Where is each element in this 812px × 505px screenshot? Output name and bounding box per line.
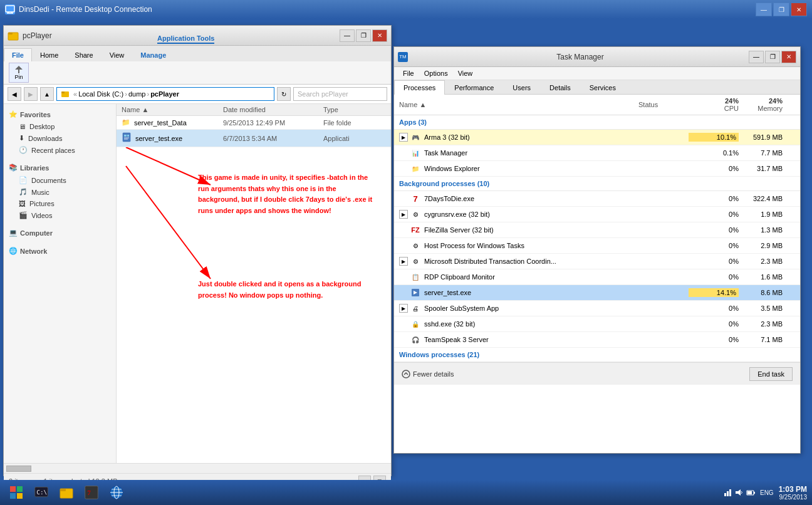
fewer-details-label: Fewer details xyxy=(413,370,454,378)
list-item[interactable]: server_test.exe 14.1% 8.6 MB xyxy=(394,285,800,301)
taskbar-game-icon[interactable]: 7 xyxy=(80,481,103,504)
taskbar-folder-icon[interactable] xyxy=(55,481,78,504)
tm-minimize-button[interactable]: — xyxy=(749,51,764,63)
refresh-button[interactable]: ↻ xyxy=(277,87,291,101)
file-name-label: server_test_Data xyxy=(134,119,187,127)
tm-menu-options[interactable]: Options xyxy=(419,68,453,78)
sidebar-item-music[interactable]: 🎵 Music xyxy=(4,186,116,198)
tab-file[interactable]: File xyxy=(4,48,32,61)
speaker-tray-icon xyxy=(735,488,744,497)
favorites-header[interactable]: ⭐ Favorites xyxy=(4,108,116,121)
system-clock[interactable]: 1:03 PM 9/25/2013 xyxy=(779,485,807,501)
network-header[interactable]: 🌐 Network xyxy=(4,244,116,258)
explorer-minimize-button[interactable]: — xyxy=(340,29,355,42)
tab-view[interactable]: View xyxy=(102,48,133,61)
rd-minimize-button[interactable]: — xyxy=(756,3,772,16)
svg-text:C:\: C:\ xyxy=(36,489,47,496)
search-input[interactable] xyxy=(293,87,387,101)
list-item[interactable]: 📁 Windows Explorer 0% 31.7 MB xyxy=(394,161,800,177)
tm-maximize-button[interactable]: ❐ xyxy=(765,51,780,63)
svg-rect-34 xyxy=(724,493,726,496)
col-type-header[interactable]: Type xyxy=(323,106,386,113)
tab-share[interactable]: Share xyxy=(66,48,101,61)
taskbar-start-icon[interactable] xyxy=(5,481,28,504)
list-item[interactable]: 📊 Task Manager 0.1% 7.7 MB xyxy=(394,145,800,161)
sidebar-item-desktop[interactable]: 🖥 Desktop xyxy=(4,121,116,132)
table-row[interactable]: 📁 server_test_Data 9/25/2013 12:49 PM Fi… xyxy=(117,116,391,130)
list-item[interactable]: 7 7DaysToDie.exe 0% 322.4 MB xyxy=(394,191,800,207)
sidebar-item-downloads[interactable]: ⬇ Downloads xyxy=(4,132,116,144)
process-name: Host Process for Windows Tasks xyxy=(424,242,638,249)
libraries-group: 📚 Libraries 📄 Documents 🎵 Music 🖼 xyxy=(4,161,116,221)
list-item[interactable]: FZ FileZilla Server (32 bit) 0% 1.3 MB xyxy=(394,222,800,238)
scrollbar-thumb[interactable] xyxy=(6,466,31,472)
list-item[interactable]: ⚙ Host Process for Windows Tasks 0% 2.9 … xyxy=(394,238,800,254)
tm-cpu-col-header[interactable]: 24% CPU xyxy=(689,97,739,112)
tm-memory-col-header[interactable]: 24% Memory xyxy=(739,97,795,112)
rd-maximize-button[interactable]: ❐ xyxy=(773,3,789,16)
end-task-button[interactable]: End task xyxy=(749,367,793,381)
taskbar-cmd-icon[interactable]: C:\ xyxy=(30,481,53,504)
expand-button[interactable]: ▶ xyxy=(399,133,408,142)
libraries-header[interactable]: 📚 Libraries xyxy=(4,161,116,174)
tab-users[interactable]: Users xyxy=(503,80,540,95)
rdpclip-icon: 📋 xyxy=(410,272,420,282)
tm-close-button[interactable]: ✕ xyxy=(781,51,796,63)
sidebar-item-pictures[interactable]: 🖼 Pictures xyxy=(4,198,116,209)
arma3-icon: 🎮 xyxy=(410,132,420,142)
list-item[interactable]: ▶ 🎮 Arma 3 (32 bit) 10.1% 591.9 MB xyxy=(394,130,800,145)
tm-tabs: Processes Performance Users Details Serv… xyxy=(394,80,800,95)
sidebar-item-documents[interactable]: 📄 Documents xyxy=(4,174,116,186)
up-button[interactable]: ▲ xyxy=(40,87,54,101)
process-memory: 8.6 MB xyxy=(739,289,795,296)
forward-button[interactable]: ▶ xyxy=(24,87,38,101)
tm-title: Task Manager xyxy=(412,53,749,61)
computer-header[interactable]: 💻 Computer xyxy=(4,226,116,239)
list-item[interactable]: 📋 RDP Clipboard Monitor 0% 1.6 MB xyxy=(394,269,800,285)
list-item[interactable]: ▶ ⚙ Microsoft Distributed Transaction Co… xyxy=(394,254,800,269)
rd-titlebar: DinsDedi - Remote Desktop Connection — ❐… xyxy=(0,0,812,19)
tm-body[interactable]: Apps (3) ▶ 🎮 Arma 3 (32 bit) 10.1% 591.9… xyxy=(394,115,800,362)
taskbar-explorer-icon[interactable] xyxy=(105,481,128,504)
ribbon: Application Tools File Home Share View M… xyxy=(4,46,391,85)
expand-button[interactable]: ▶ xyxy=(399,210,408,219)
back-button[interactable]: ◀ xyxy=(8,87,21,101)
tab-performance[interactable]: Performance xyxy=(445,80,503,95)
explorer-close-button[interactable]: ✕ xyxy=(372,29,387,42)
tab-processes[interactable]: Processes xyxy=(394,80,445,95)
address-path[interactable]: « Local Disk (C:) › dump › pcPlayer xyxy=(56,87,274,101)
fewer-details-button[interactable]: Fewer details xyxy=(402,370,454,378)
col-name-header[interactable]: Name ▲ xyxy=(122,106,223,113)
tm-name-col-header[interactable]: Name ▲ xyxy=(399,101,638,108)
expand-button[interactable]: ▶ xyxy=(399,304,408,313)
filezilla-icon: FZ xyxy=(410,225,420,235)
tab-services[interactable]: Services xyxy=(580,80,625,95)
list-item[interactable]: 🎧 TeamSpeak 3 Server 0% 7.1 MB xyxy=(394,332,800,348)
list-item[interactable]: ▶ 🖨 Spooler SubSystem App 0% 3.5 MB xyxy=(394,301,800,316)
tab-manage[interactable]: Manage xyxy=(132,48,174,61)
favorites-label: Favorites xyxy=(20,111,51,118)
tm-menu-file[interactable]: File xyxy=(398,68,419,78)
svg-marker-37 xyxy=(736,489,741,496)
expand-button[interactable]: ▶ xyxy=(399,257,408,266)
cpu-label: CPU xyxy=(689,105,739,112)
status-header-label: Status xyxy=(638,101,658,108)
ribbon-pin-button[interactable]: Pin xyxy=(9,63,29,83)
tab-details[interactable]: Details xyxy=(540,80,580,95)
name-col-label: Name xyxy=(122,106,140,113)
tab-home[interactable]: Home xyxy=(32,48,66,61)
table-row[interactable]: server_test.exe 6/7/2013 5:34 AM Applica… xyxy=(117,130,391,147)
tm-status-col-header[interactable]: Status xyxy=(638,101,689,108)
sidebar-item-videos[interactable]: 🎬 Videos xyxy=(4,209,116,221)
file-type-cell: Applicati xyxy=(323,135,386,142)
list-item[interactable]: ▶ ⚙ cygrunsrv.exe (32 bit) 0% 1.9 MB xyxy=(394,207,800,222)
tm-menu-view[interactable]: View xyxy=(453,68,478,78)
rd-close-button[interactable]: ✕ xyxy=(791,3,807,16)
col-date-header[interactable]: Date modified xyxy=(223,106,323,113)
list-item[interactable]: 🔒 sshd.exe (32 bit) 0% 2.3 MB xyxy=(394,316,800,332)
process-memory: 7.1 MB xyxy=(739,336,795,343)
sidebar-item-recent[interactable]: 🕐 Recent places xyxy=(4,144,116,156)
memory-label: Memory xyxy=(739,105,783,112)
horizontal-scrollbar[interactable] xyxy=(4,463,391,473)
explorer-maximize-button[interactable]: ❐ xyxy=(356,29,371,42)
